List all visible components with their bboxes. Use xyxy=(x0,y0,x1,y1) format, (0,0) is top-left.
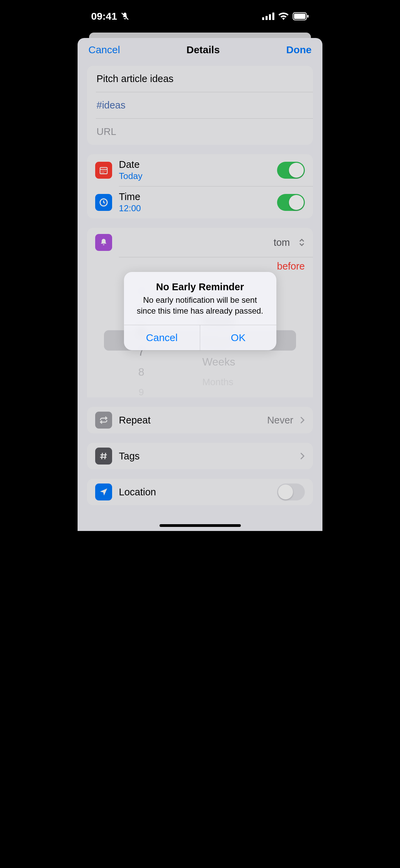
svg-rect-7 xyxy=(307,15,309,18)
status-bar: 09:41 xyxy=(78,0,322,32)
svg-rect-3 xyxy=(269,14,271,20)
svg-rect-1 xyxy=(262,17,264,20)
alert-title: No Early Reminder xyxy=(133,281,268,293)
home-indicator[interactable] xyxy=(160,524,241,527)
svg-rect-6 xyxy=(294,14,306,19)
alert-ok-button[interactable]: OK xyxy=(200,325,276,350)
details-sheet: Cancel Details Done Pitch article ideas … xyxy=(78,38,322,531)
signal-icon xyxy=(262,13,274,20)
wifi-icon xyxy=(278,13,289,20)
svg-rect-2 xyxy=(266,16,268,20)
alert-backdrop: No Early Reminder No early notification … xyxy=(78,38,322,531)
battery-icon xyxy=(293,12,309,20)
alert-cancel-button[interactable]: Cancel xyxy=(124,325,201,350)
bell-slash-icon xyxy=(121,12,129,21)
alert-dialog: No Early Reminder No early notification … xyxy=(124,272,276,350)
svg-rect-4 xyxy=(272,13,274,20)
status-time: 09:41 xyxy=(91,11,117,22)
alert-message: No early notification will be sent since… xyxy=(133,295,268,317)
